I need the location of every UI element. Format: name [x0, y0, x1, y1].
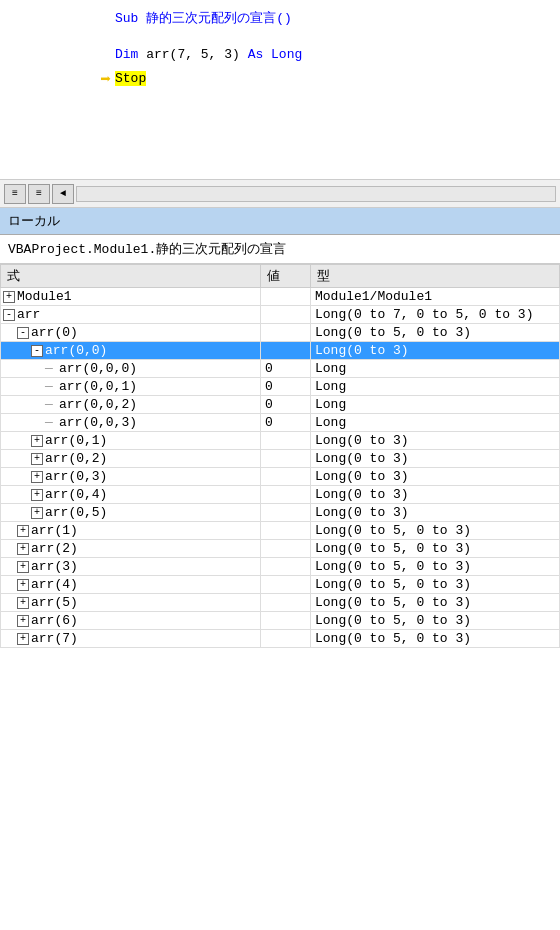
table-row[interactable]: +arr(5)Long(0 to 5, 0 to 3) — [1, 594, 560, 612]
expand-icon[interactable]: + — [17, 579, 29, 591]
tree-line-icon: — — [45, 397, 57, 412]
cell-value: 0 — [261, 396, 311, 414]
cell-expr: +arr(6) — [1, 612, 261, 630]
table-row[interactable]: -arrLong(0 to 7, 0 to 5, 0 to 3) — [1, 306, 560, 324]
cell-expr: -arr(0) — [1, 324, 261, 342]
expand-icon[interactable]: + — [31, 489, 43, 501]
cell-value — [261, 342, 311, 360]
cell-expr: +arr(1) — [1, 522, 261, 540]
table-row[interactable]: +arr(1)Long(0 to 5, 0 to 3) — [1, 522, 560, 540]
expr-name: arr(0,0,2) — [59, 397, 137, 412]
expr-name: arr(0,3) — [45, 469, 107, 484]
locals-table: 式 値 型 +Module1Module1/Module1-arrLong(0 … — [0, 264, 560, 648]
cell-type: Long(0 to 5, 0 to 3) — [311, 324, 560, 342]
expand-icon[interactable]: + — [17, 525, 29, 537]
table-row[interactable]: +arr(4)Long(0 to 5, 0 to 3) — [1, 576, 560, 594]
cell-type: Long(0 to 3) — [311, 486, 560, 504]
expand-icon[interactable]: + — [31, 507, 43, 519]
code-editor: Sub 静的三次元配列の宣言() Dim arr(7, 5, 3) As Lon… — [0, 0, 560, 180]
cell-value — [261, 486, 311, 504]
table-row[interactable]: +arr(2)Long(0 to 5, 0 to 3) — [1, 540, 560, 558]
expr-name: arr(0,0) — [45, 343, 107, 358]
table-row[interactable]: +arr(0,4)Long(0 to 3) — [1, 486, 560, 504]
table-row[interactable]: —arr(0,0,3)0Long — [1, 414, 560, 432]
expand-icon[interactable]: + — [31, 435, 43, 447]
scroll-btn-2[interactable]: ≡ — [28, 184, 50, 204]
cell-expr: +arr(0,1) — [1, 432, 261, 450]
cell-type: Long(0 to 5, 0 to 3) — [311, 630, 560, 648]
expand-icon[interactable]: - — [31, 345, 43, 357]
cell-expr: +arr(0,2) — [1, 450, 261, 468]
expr-name: arr(0,4) — [45, 487, 107, 502]
code-line-1: Sub 静的三次元配列の宣言() — [60, 8, 560, 30]
expr-name: arr — [17, 307, 40, 322]
expr-name: arr(7) — [31, 631, 78, 646]
cell-value — [261, 504, 311, 522]
cell-type: Long(0 to 5, 0 to 3) — [311, 594, 560, 612]
cell-value: 0 — [261, 378, 311, 396]
cell-value: 0 — [261, 414, 311, 432]
expand-icon[interactable]: + — [17, 615, 29, 627]
table-row[interactable]: +arr(3)Long(0 to 5, 0 to 3) — [1, 558, 560, 576]
table-row[interactable]: +Module1Module1/Module1 — [1, 288, 560, 306]
expr-name: arr(0,0,0) — [59, 361, 137, 376]
expr-name: arr(5) — [31, 595, 78, 610]
cell-value — [261, 432, 311, 450]
cell-type: Long(0 to 5, 0 to 3) — [311, 558, 560, 576]
cell-value: 0 — [261, 360, 311, 378]
tree-line-icon: — — [45, 415, 57, 430]
scroll-btn-3[interactable]: ◄ — [52, 184, 74, 204]
table-row[interactable]: +arr(0,1)Long(0 to 3) — [1, 432, 560, 450]
expand-icon[interactable]: + — [17, 633, 29, 645]
cell-type: Long(0 to 5, 0 to 3) — [311, 576, 560, 594]
cell-expr: —arr(0,0,2) — [1, 396, 261, 414]
cell-value — [261, 612, 311, 630]
expand-icon[interactable]: - — [3, 309, 15, 321]
execution-arrow-icon: ➡ — [100, 68, 111, 90]
keyword-aslong: As Long — [248, 47, 303, 62]
cell-value — [261, 576, 311, 594]
col-header-value: 値 — [261, 265, 311, 288]
expr-name: arr(0) — [31, 325, 78, 340]
expand-icon[interactable]: + — [17, 543, 29, 555]
expand-icon[interactable]: + — [31, 453, 43, 465]
table-row[interactable]: +arr(0,3)Long(0 to 3) — [1, 468, 560, 486]
table-row[interactable]: +arr(7)Long(0 to 5, 0 to 3) — [1, 630, 560, 648]
table-row[interactable]: +arr(0,5)Long(0 to 3) — [1, 504, 560, 522]
cell-value — [261, 594, 311, 612]
table-row[interactable]: —arr(0,0,2)0Long — [1, 396, 560, 414]
table-row[interactable]: —arr(0,0,1)0Long — [1, 378, 560, 396]
cell-type: Module1/Module1 — [311, 288, 560, 306]
table-row[interactable]: -arr(0,0)Long(0 to 3) — [1, 342, 560, 360]
table-header-row: 式 値 型 — [1, 265, 560, 288]
cell-expr: +arr(3) — [1, 558, 261, 576]
scroll-track[interactable] — [76, 186, 556, 202]
expand-icon[interactable]: + — [31, 471, 43, 483]
scroll-bar-area: ≡ ≡ ◄ — [0, 180, 560, 208]
expr-name: arr(6) — [31, 613, 78, 628]
cell-type: Long(0 to 5, 0 to 3) — [311, 612, 560, 630]
cell-expr: -arr(0,0) — [1, 342, 261, 360]
table-row[interactable]: +arr(0,2)Long(0 to 3) — [1, 450, 560, 468]
expr-name: arr(1) — [31, 523, 78, 538]
expand-icon[interactable]: + — [17, 597, 29, 609]
expand-icon[interactable]: + — [3, 291, 15, 303]
stop-keyword: Stop — [115, 71, 146, 86]
expand-icon[interactable]: - — [17, 327, 29, 339]
expand-icon[interactable]: + — [17, 561, 29, 573]
table-row[interactable]: —arr(0,0,0)0Long — [1, 360, 560, 378]
expr-name: arr(0,0,3) — [59, 415, 137, 430]
locals-header: ローカル — [0, 208, 560, 235]
table-row[interactable]: +arr(6)Long(0 to 5, 0 to 3) — [1, 612, 560, 630]
code-line-3: ➡ Stop — [60, 68, 560, 90]
cell-expr: +arr(2) — [1, 540, 261, 558]
scroll-btn-1[interactable]: ≡ — [4, 184, 26, 204]
cell-type: Long — [311, 360, 560, 378]
cell-type: Long — [311, 414, 560, 432]
project-path-text: VBAProject.Module1.静的三次元配列の宣言 — [8, 242, 286, 257]
cell-value — [261, 630, 311, 648]
col-header-expr: 式 — [1, 265, 261, 288]
keyword-sub: Sub 静的三次元配列の宣言() — [115, 11, 292, 26]
expr-name: arr(0,5) — [45, 505, 107, 520]
table-row[interactable]: -arr(0)Long(0 to 5, 0 to 3) — [1, 324, 560, 342]
